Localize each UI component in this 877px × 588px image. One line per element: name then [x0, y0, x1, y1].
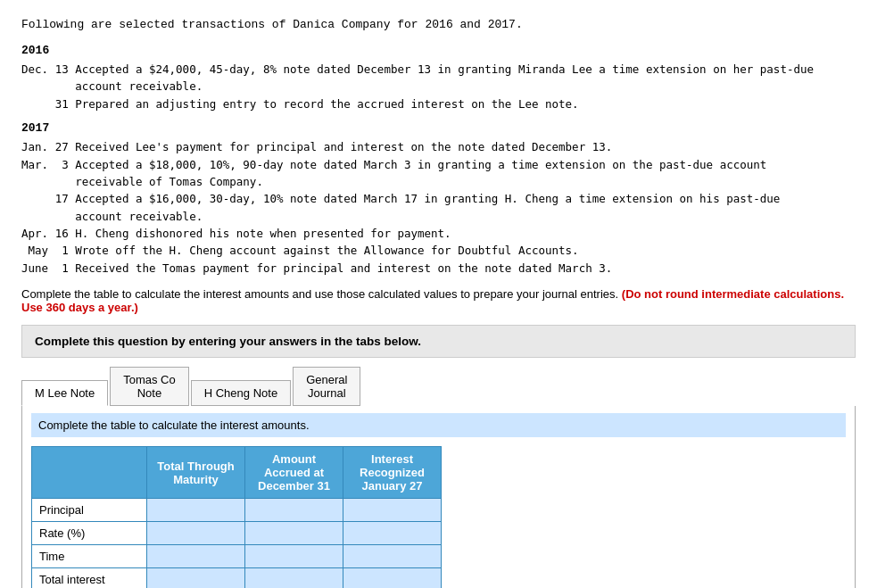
time-amount-accrued[interactable] [245, 545, 343, 568]
totalinterest-total-input[interactable] [154, 573, 237, 586]
rate-interest-recognized[interactable] [343, 522, 442, 545]
tabs-row: M Lee Note Tomas CoNote H Cheng Note Gen… [21, 367, 856, 406]
row-label-rate: Rate (%) [32, 522, 147, 545]
interest-table: Total ThroughMaturity AmountAccrued atDe… [31, 446, 442, 588]
rate-recognized-input[interactable] [351, 526, 434, 540]
row-label-time: Time [32, 545, 147, 568]
gray-box-text: Complete this question by entering your … [35, 335, 421, 348]
rate-amount-accrued[interactable] [245, 522, 343, 545]
year-2017-heading: 2017 [21, 121, 856, 135]
principal-total-through-maturity[interactable] [147, 499, 245, 522]
time-total-input[interactable] [154, 550, 237, 563]
totalinterest-amount-accrued[interactable] [245, 568, 343, 588]
header-total-through-maturity: Total ThroughMaturity [147, 447, 245, 499]
header-empty [32, 447, 147, 499]
tab-tomas-co-note[interactable]: Tomas CoNote [110, 367, 189, 406]
principal-amount-accrued[interactable] [245, 499, 343, 522]
principal-accrued-input[interactable] [252, 503, 335, 517]
year-2016-heading: 2016 [21, 44, 856, 57]
rate-total-through-maturity[interactable] [147, 522, 245, 545]
totalinterest-accrued-input[interactable] [252, 573, 335, 586]
intro-text: Following are selected transactions of D… [21, 18, 856, 31]
time-recognized-input[interactable] [351, 550, 434, 563]
header-interest-recognized: InterestRecognizedJanuary 27 [343, 447, 442, 499]
time-total-through-maturity[interactable] [147, 545, 245, 568]
transactions-2016: Dec. 13 Accepted a $24,000, 45-day, 8% n… [21, 61, 856, 112]
tab-m-lee-note[interactable]: M Lee Note [21, 380, 108, 406]
time-accrued-input[interactable] [252, 550, 335, 563]
instruction-text: Complete the table to calculate the inte… [21, 287, 618, 301]
rate-total-input[interactable] [154, 526, 237, 540]
tab-general-journal[interactable]: GeneralJournal [293, 367, 360, 406]
header-amount-accrued: AmountAccrued atDecember 31 [245, 447, 343, 499]
row-label-principal: Principal [32, 499, 147, 522]
transactions-2017: Jan. 27 Received Lee's payment for princ… [21, 138, 856, 277]
tab-content: Complete the table to calculate the inte… [21, 406, 856, 588]
gray-box: Complete this question by entering your … [21, 325, 856, 358]
table-row: Time [32, 545, 442, 568]
table-row: Principal [32, 499, 442, 522]
principal-interest-recognized[interactable] [343, 499, 442, 522]
time-interest-recognized[interactable] [343, 545, 442, 568]
rate-accrued-input[interactable] [252, 526, 335, 540]
totalinterest-recognized-input[interactable] [351, 573, 434, 586]
row-label-total-interest: Total interest [32, 568, 147, 588]
totalinterest-interest-recognized[interactable] [343, 568, 442, 588]
instruction-paragraph: Complete the table to calculate the inte… [21, 287, 856, 314]
table-row: Total interest [32, 568, 442, 588]
tab-h-cheng-note[interactable]: H Cheng Note [191, 380, 291, 406]
principal-total-input[interactable] [154, 503, 237, 517]
table-row: Rate (%) [32, 522, 442, 545]
principal-recognized-input[interactable] [351, 503, 434, 517]
totalinterest-total-through-maturity[interactable] [147, 568, 245, 588]
blue-instruction: Complete the table to calculate the inte… [31, 413, 846, 437]
